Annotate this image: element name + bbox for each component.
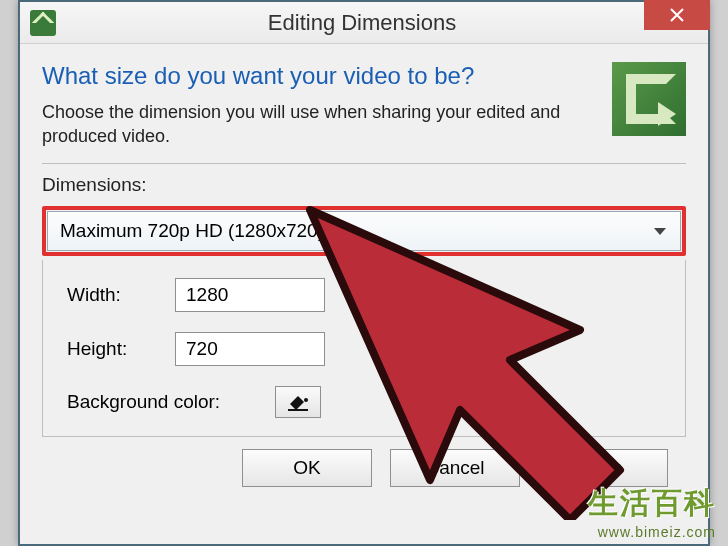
svg-point-0 bbox=[304, 398, 308, 402]
dialog-content: What size do you want your video to be? … bbox=[20, 44, 708, 497]
titlebar: Editing Dimensions bbox=[20, 2, 708, 44]
window-title: Editing Dimensions bbox=[16, 10, 708, 36]
width-row: Width: bbox=[67, 278, 667, 312]
dialog-window: Editing Dimensions What size do you want… bbox=[18, 0, 710, 546]
keep-aspect-checkbox[interactable]: ✔ bbox=[383, 338, 405, 360]
height-input[interactable] bbox=[175, 332, 325, 366]
help-button[interactable]: Help bbox=[538, 449, 668, 487]
heading-subtext: Choose the dimension you will use when s… bbox=[42, 100, 600, 149]
dimensions-combo-highlight: Maximum 720p HD (1280x720) bbox=[42, 206, 686, 256]
header-row: What size do you want your video to be? … bbox=[42, 58, 686, 149]
cancel-button[interactable]: Cancel bbox=[390, 449, 520, 487]
keep-aspect-label: Keep asp bbox=[415, 338, 495, 360]
ok-button[interactable]: OK bbox=[242, 449, 372, 487]
dimensions-dropdown[interactable]: Maximum 720p HD (1280x720) bbox=[47, 211, 681, 251]
width-input[interactable] bbox=[175, 278, 325, 312]
close-button[interactable] bbox=[644, 0, 710, 30]
separator bbox=[42, 163, 686, 164]
heading-question: What size do you want your video to be? bbox=[42, 62, 600, 90]
dialog-button-row: OK Cancel Help bbox=[42, 437, 686, 487]
camtasia-logo-icon bbox=[612, 62, 686, 136]
bgcolor-label: Background color: bbox=[67, 391, 257, 413]
bgcolor-row: Background color: bbox=[67, 386, 667, 418]
height-row: Height: ✔ Keep asp bbox=[67, 332, 667, 366]
header-text-block: What size do you want your video to be? … bbox=[42, 58, 600, 149]
bgcolor-picker-button[interactable] bbox=[275, 386, 321, 418]
dimensions-fields-group: Width: Height: ✔ Keep asp Background col… bbox=[42, 260, 686, 437]
dimensions-selected-value: Maximum 720p HD (1280x720) bbox=[60, 220, 324, 242]
width-label: Width: bbox=[67, 284, 157, 306]
dimensions-label: Dimensions: bbox=[42, 174, 686, 196]
app-icon bbox=[30, 10, 56, 36]
height-label: Height: bbox=[67, 338, 157, 360]
keep-aspect-group: ✔ Keep asp bbox=[383, 338, 495, 360]
paint-bucket-icon bbox=[286, 392, 310, 412]
close-icon bbox=[670, 8, 684, 22]
